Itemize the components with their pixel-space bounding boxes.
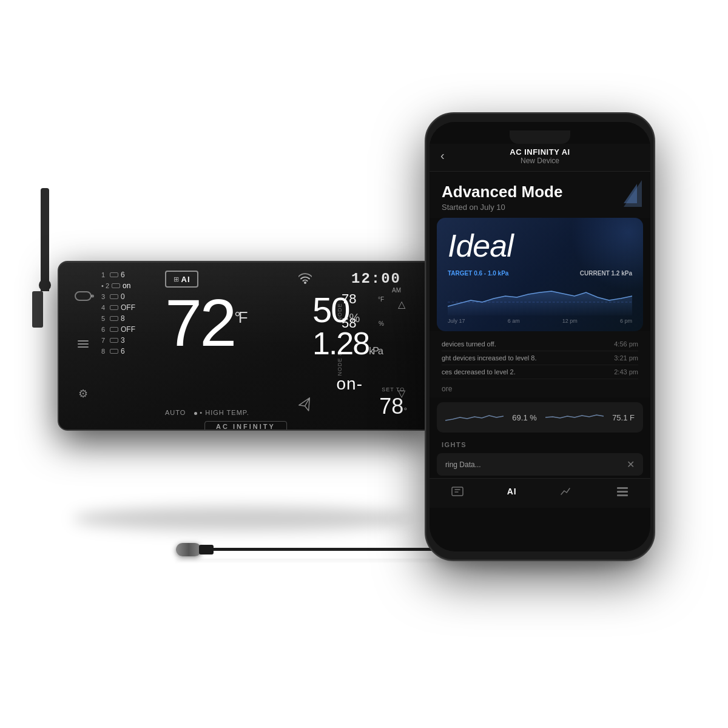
node2-hum-unit: % [379, 320, 384, 327]
power-button[interactable] [654, 198, 655, 224]
send-icon[interactable] [297, 396, 315, 417]
antenna [41, 188, 49, 291]
wifi-icon [298, 273, 312, 287]
corner-logo-tri2 [624, 184, 637, 203]
phone-screen: ‹ AC INFINITY AI New Device Advanced Mod… [430, 122, 650, 551]
menu-icon[interactable] [75, 338, 91, 350]
temperature-large: 72°F [165, 289, 246, 356]
set-to-value: 78 [379, 394, 403, 419]
node2-hum-row: 58% [342, 315, 384, 331]
nav-ai-button[interactable]: AI [507, 487, 517, 496]
chart-x-label-3: 6 pm [620, 318, 632, 324]
phone-body: ‹ AC INFINITY AI New Device Advanced Mod… [425, 112, 655, 561]
channel-row-6: 6 OFF [101, 325, 156, 334]
controller-body: ⚙ 1 6 • 2 on 3 0 [58, 261, 434, 431]
phone-notch [510, 130, 570, 144]
smartphone: ‹ AC INFINITY AI New Device Advanced Mod… [425, 112, 655, 561]
chart-labels: TARGET 0.6 - 1.0 kPa CURRENT 1.2 kPa [448, 270, 632, 277]
channel-row-1: 1 6 [101, 271, 156, 279]
nav-device-button[interactable] [451, 485, 464, 498]
corner-logo [605, 180, 642, 207]
chart-x-label-0: July 17 [448, 318, 465, 324]
channel-plug-3 [110, 294, 118, 299]
channel-plug-1 [110, 272, 118, 277]
port-icon [75, 291, 92, 301]
chart-x-label-1: 6 am [508, 318, 520, 324]
more-button[interactable]: ore [430, 379, 650, 397]
activity-time-2: 2:43 pm [614, 368, 638, 376]
chart-x-label-2: 12 pm [562, 318, 578, 324]
controller-left-panel: ⚙ [66, 262, 99, 430]
side-bracket [32, 291, 43, 328]
set-to-unit: ° [403, 406, 407, 416]
set-to-label: SET TO [379, 386, 407, 393]
node2-label: NODE 8 [337, 352, 343, 376]
channel-plug-6 [110, 327, 118, 332]
nav-settings-button[interactable] [616, 485, 629, 498]
loading-text: ring Data... [445, 460, 481, 469]
channel-plug-8 [110, 349, 118, 354]
chart-svg-wrap [448, 279, 632, 315]
brand-label: AC INFINITY [204, 421, 287, 431]
svg-rect-1 [452, 487, 463, 496]
activity-row-2: ces decreased to level 2. 2:43 pm [442, 365, 638, 379]
ai-logo-text: AI [181, 275, 190, 284]
channel-plug-5 [110, 316, 118, 321]
volume-down-button[interactable] [425, 214, 426, 233]
loading-close-button[interactable]: ✕ [627, 459, 635, 470]
kpa-unit: kPa [369, 346, 382, 356]
sensor-val-2: 75.1 F [612, 413, 635, 422]
channel-row-7: 7 3 [101, 336, 156, 345]
mode-label: AUTO [165, 409, 186, 416]
side-readings: 78°F 58% [342, 291, 384, 340]
more-label: ore [442, 385, 452, 393]
back-button[interactable]: ‹ [440, 149, 445, 163]
scene: ⚙ 1 6 • 2 on 3 0 [0, 0, 728, 728]
arrow-up-button[interactable]: △ [395, 297, 408, 311]
volume-up-button[interactable] [425, 186, 426, 206]
activity-time-1: 3:21 pm [614, 354, 638, 362]
bottom-labels: AUTO • HIGH TEMP. [165, 409, 249, 416]
gear-icon[interactable]: ⚙ [78, 387, 88, 400]
svg-rect-3 [617, 491, 628, 493]
channel-row-4: 4 OFF [101, 303, 156, 312]
channel-row-2: • 2 on [101, 281, 156, 290]
node1-temp-row: 78°F [342, 291, 384, 307]
app-subtitle: New Device [439, 157, 641, 165]
sensor-val-1: 69.1 % [512, 413, 536, 422]
channel-row-3: 3 0 [101, 292, 156, 301]
channel-plug-2 [112, 283, 120, 288]
loading-bar: ring Data... ✕ [437, 453, 643, 476]
sensor-chart-mini-2 [545, 408, 604, 426]
mode-card: Advanced Mode Started on July 10 [430, 172, 650, 218]
channel-row-8: 8 6 [101, 347, 156, 356]
temp-unit: °F [234, 308, 245, 326]
app-header: ‹ AC INFINITY AI New Device [430, 144, 650, 172]
channel-plug-7 [110, 338, 118, 343]
svg-rect-2 [617, 487, 628, 489]
sensor-strip: 69.1 % 75.1 F [437, 402, 643, 433]
probe-connector [199, 545, 214, 554]
channel-plug-4 [110, 305, 118, 310]
set-to-area: SET TO 78° [379, 386, 407, 419]
activity-text-1: ght devices increased to level 8. [442, 354, 614, 362]
chart-x-labels: July 17 6 am 12 pm 6 pm [448, 318, 632, 324]
activity-text-2: ces decreased to level 2. [442, 368, 614, 376]
controller-shadow [73, 507, 413, 531]
dot-indicator [194, 412, 197, 415]
activity-log: devices turned off. 4:56 pm ght devices … [430, 331, 650, 379]
sensor-chart-mini [445, 408, 504, 426]
trigger-label: • HIGH TEMP. [194, 409, 249, 416]
channel-row-5: 5 8 [101, 314, 156, 323]
screen-icon: ⊞ [174, 275, 179, 283]
chart-area: TARGET 0.6 - 1.0 kPa CURRENT 1.2 kPa [448, 270, 632, 324]
status-card: Ideal TARGET 0.6 - 1.0 kPa CURRENT 1.2 k… [437, 218, 643, 331]
node1-temp-unit: °F [378, 296, 384, 303]
node2-hum-value: 58 [342, 315, 356, 331]
chart-current-label: CURRENT 1.2 kPa [580, 270, 632, 277]
app-title: AC INFINITY AI [439, 147, 641, 157]
temp-value: 72 [165, 285, 234, 360]
nav-chart-button[interactable] [559, 485, 573, 498]
activity-time-0: 4:56 pm [614, 340, 638, 348]
activity-row-1: ght devices increased to level 8. 3:21 p… [442, 351, 638, 365]
